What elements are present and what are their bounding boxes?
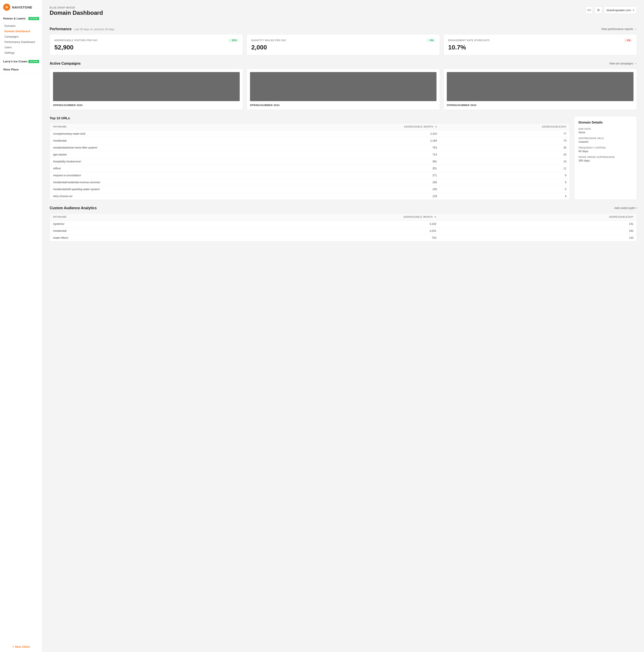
url-pathname: /get-started <box>50 151 275 158</box>
custom-audience-title: Custom Audience Analytics <box>50 206 96 210</box>
url-addressable-month: 753 <box>275 144 440 151</box>
url-pathname: /residential/ <box>50 137 275 144</box>
sidebar-client-homes-lawns: Homes & LawnsACTIVEDomainsDomain Dashboa… <box>0 15 42 57</box>
perf-card-0: ADDRESSABLE VISITORS PER DAY↑ 15%52,900 <box>50 34 243 55</box>
custom-audience-header: Custom Audience Analytics Add custom pat… <box>50 206 637 210</box>
sidebar-clients: Homes & LawnsACTIVEDomainsDomain Dashboa… <box>0 15 42 74</box>
domain-detail-1: SUPPRESSION URLS/careers <box>579 137 633 143</box>
url-addressable-day: 23 <box>440 151 569 158</box>
detail-label: SUPPRESSION URLS <box>579 137 633 140</box>
url-pathname: /hospitality-foodservice/ <box>50 158 275 165</box>
url-addressable-month: 714 <box>275 151 440 158</box>
campaign-name: SPRING/SUMMER 2024 <box>250 104 437 107</box>
domain-details-fields: END DATENoneSUPPRESSION URLS/careersFREQ… <box>579 128 633 162</box>
sidebar-client-header-homes-lawns[interactable]: Homes & LawnsACTIVE <box>0 15 42 22</box>
logo-area: N NAVISTONE <box>0 0 42 15</box>
url-addressable-day: 5 <box>440 179 569 186</box>
table-row: /residential/2,19473 <box>50 137 569 144</box>
ca-addressable-month: 4,102 <box>189 221 439 227</box>
ca-addressable-day: 342 <box>439 227 637 235</box>
detail-label: PRIOR ORDER SUPPRESSION <box>579 156 633 158</box>
chevron-down-icon: ▾ <box>633 8 634 12</box>
url-addressable-month: 271 <box>275 172 440 179</box>
campaign-card-2[interactable]: SPRING/SUMMER 2024 <box>443 69 637 110</box>
new-client-button[interactable]: + New Client <box>12 645 30 648</box>
domain-detail-3: PRIOR ORDER SUPPRESSION365 days <box>579 156 633 162</box>
url-addressable-day: 13 <box>440 158 569 165</box>
sidebar-nav-item-domain-dashboard[interactable]: Domain Dashboard <box>0 29 42 34</box>
page-title: Domain Dashboard <box>50 9 103 16</box>
url-addressable-day: 73 <box>440 137 569 144</box>
sidebar-nav-item-users[interactable]: Users <box>0 45 42 50</box>
ca-pathname: /residential/ <box>50 227 189 235</box>
detail-label: FREQUENCY CAPPING <box>579 146 633 149</box>
sidebar-nav-item-campaigns[interactable]: Campaigns <box>0 34 42 39</box>
table-row: /get-started71423 <box>50 151 569 158</box>
campaign-card-0[interactable]: SPRING/SUMMER 2024 <box>50 69 243 110</box>
active-badge: ACTIVE <box>28 17 39 20</box>
page-supertitle: BLUE DROP WATER <box>50 6 103 9</box>
url-addressable-day: 77 <box>440 131 569 137</box>
performance-cards: ADDRESSABLE VISITORS PER DAY↑ 15%52,900Q… <box>50 34 637 55</box>
domain-name: bluedropwater.com <box>607 8 631 12</box>
bottom-section: Top 10 URLs PATHNAME ADDRESSABLE /MONTH … <box>50 116 637 200</box>
active-badge: ACTIVE <box>28 60 39 63</box>
sidebar-nav-item-domains[interactable]: Domains <box>0 23 42 29</box>
campaign-name: SPRING/SUMMER 2024 <box>53 104 240 107</box>
campaigns-header: Active Campaigns View all campaigns → <box>50 61 637 65</box>
sidebar-client-shoe-place: Shoe Place <box>0 65 42 74</box>
perf-value: 52,900 <box>54 44 239 51</box>
perf-badge: ↑ 9% <box>427 38 435 42</box>
custom-audience-table-card: PATHNAME ADDRESSABLE /MONTH ⇅ ADDRESSABL… <box>50 213 637 241</box>
detail-value: 365 days <box>579 159 633 162</box>
sidebar-nav-item-settings[interactable]: Settings <box>0 50 42 55</box>
performance-title-group: Performance Last 30 days vs. previous 30… <box>50 27 114 31</box>
url-addressable-day: 25 <box>440 144 569 151</box>
code-button[interactable]: </> <box>585 6 593 14</box>
view-campaigns-link[interactable]: View all campaigns → <box>609 62 637 65</box>
domain-detail-0: END DATENone <box>579 128 633 134</box>
ca-addressable-month: 753 <box>189 235 439 241</box>
domain-detail-2: FREQUENCY CAPPING60 days <box>579 146 633 153</box>
url-pathname: /office/ <box>50 165 275 172</box>
table-row: /why-choose-us/1294 <box>50 193 569 200</box>
ca-addressable-day: 143 <box>439 235 637 241</box>
logo-icon: N <box>3 4 10 11</box>
detail-value: None <box>579 131 633 134</box>
url-addressable-day: 5 <box>440 186 569 193</box>
campaigns-title: Active Campaigns <box>50 61 81 65</box>
performance-subtitle: Last 30 days vs. previous 30 days <box>74 28 114 31</box>
url-addressable-day: 11 <box>440 165 569 172</box>
domain-details-card: Domain Details END DATENoneSUPPRESSION U… <box>574 116 637 200</box>
campaign-card-1[interactable]: SPRING/SUMMER 2024 <box>247 69 440 110</box>
url-pathname: /residential/whole-home-filter-system/ <box>50 144 275 151</box>
col-addressable-month: ADDRESSABLE /MONTH ⇅ <box>275 123 440 131</box>
ca-col-day: ADDRESSABLE/DAY <box>439 214 637 221</box>
performance-title: Performance <box>50 27 72 31</box>
campaign-image <box>447 72 634 101</box>
domain-selector[interactable]: bluedropwater.com ▾ <box>604 6 637 14</box>
add-custom-path-button[interactable]: Add custom path + <box>615 207 637 210</box>
url-addressable-month: 351 <box>275 165 440 172</box>
url-pathname: /complementary-water-test/ <box>50 131 275 137</box>
detail-value: 60 days <box>579 150 633 153</box>
col-pathname: PATHNAME <box>50 123 275 131</box>
ca-addressable-day: 231 <box>439 221 637 227</box>
sidebar-client-name: Homes & Lawns <box>3 17 26 20</box>
perf-card-label: QUANTITY MAILED PER DAY <box>251 39 286 42</box>
sidebar-client-header-shoe-place[interactable]: Shoe Place <box>0 65 42 73</box>
perf-card-label: ENGAGEMENT RATE (FORECAST) <box>448 39 490 42</box>
view-performance-link[interactable]: View performance reports → <box>601 28 637 31</box>
table-row: /request-a-consultation/2719 <box>50 172 569 179</box>
sort-icon[interactable]: ⇅ <box>435 126 437 128</box>
settings-button[interactable]: ⚙ <box>595 6 602 14</box>
sidebar-nav-item-performance-dashboard[interactable]: Performance Dashboard <box>0 39 42 45</box>
ca-pathname: /water-filters/ <box>50 235 189 241</box>
sidebar-client-header-larrys-ice-cream[interactable]: Larry's Ice CreamACTIVE <box>0 57 42 65</box>
perf-card-label: ADDRESSABLE VISITORS PER DAY <box>54 39 98 42</box>
ca-sort-icon[interactable]: ⇅ <box>434 216 436 218</box>
table-row: /water-filters/753143 <box>50 235 637 241</box>
url-addressable-day: 4 <box>440 193 569 200</box>
detail-value: /careers <box>579 140 633 143</box>
url-pathname: /why-choose-us/ <box>50 193 275 200</box>
